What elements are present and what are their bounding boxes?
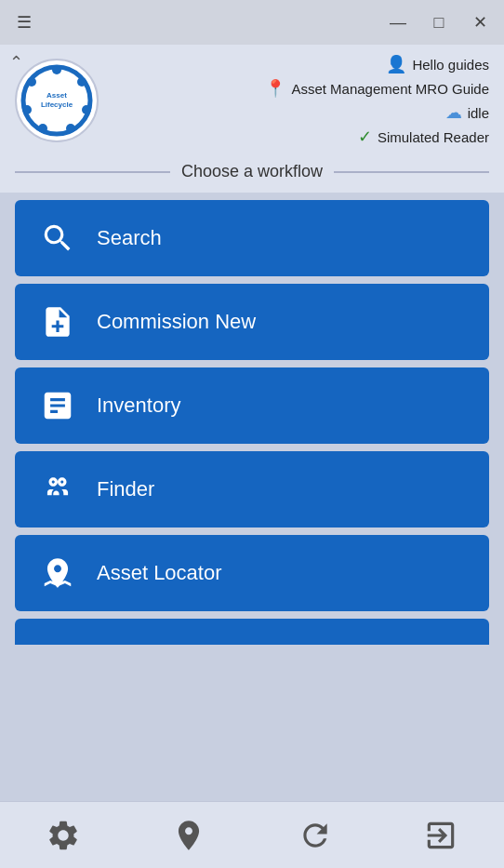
header: ⌃ Asset Lifecycle 👤 Hello guid	[0, 45, 504, 156]
workflow-title: Choose a workflow	[170, 162, 334, 181]
finder-label: Finder	[97, 477, 154, 501]
partial-workflow-item	[15, 619, 489, 645]
workflow-header: Choose a workflow	[0, 156, 504, 193]
commission-icon	[37, 304, 78, 340]
logo: Asset Lifecycle	[15, 59, 99, 142]
asset-locator-workflow-button[interactable]: Asset Locator	[15, 535, 489, 611]
window-controls: — □ ✕	[385, 9, 493, 35]
title-bar: ☰ — □ ✕	[0, 0, 504, 45]
header-info: 👤 Hello guides 📍 Asset Management MRO Gu…	[112, 54, 489, 147]
svg-point-4	[66, 124, 75, 133]
commission-label: Commission New	[97, 310, 256, 334]
logout-button[interactable]	[414, 808, 468, 862]
finder-icon	[37, 472, 78, 507]
minimize-button[interactable]: —	[385, 9, 411, 35]
location-row: 📍 Asset Management MRO Guide	[265, 78, 489, 99]
inventory-label: Inventory	[97, 394, 181, 418]
location-button[interactable]	[162, 808, 216, 862]
inventory-icon	[37, 388, 78, 423]
finder-workflow-button[interactable]: Finder	[15, 451, 489, 527]
svg-text:Asset: Asset	[46, 91, 67, 100]
menu-button[interactable]: ☰	[11, 9, 37, 35]
asset-locator-icon	[37, 555, 78, 591]
settings-icon	[46, 818, 81, 853]
inventory-workflow-button[interactable]: Inventory	[15, 367, 489, 444]
search-workflow-button[interactable]: Search	[15, 200, 489, 276]
svg-point-3	[82, 105, 91, 114]
svg-point-7	[27, 77, 36, 87]
svg-point-6	[22, 105, 32, 114]
divider-left	[15, 171, 170, 173]
divider-right	[334, 171, 489, 173]
location-icon: 📍	[265, 78, 285, 99]
commission-workflow-button[interactable]: Commission New	[15, 284, 489, 360]
cloud-icon: ☁	[445, 102, 462, 123]
user-row: 👤 Hello guides	[386, 54, 489, 74]
search-icon	[37, 220, 78, 256]
logout-icon	[423, 818, 458, 853]
logo-svg: Asset Lifecycle	[20, 63, 94, 138]
asset-locator-label: Asset Locator	[97, 561, 222, 585]
user-label: Hello guides	[412, 57, 489, 73]
close-button[interactable]: ✕	[467, 9, 493, 35]
location-toolbar-icon	[171, 818, 206, 853]
search-label: Search	[97, 226, 162, 250]
refresh-icon	[298, 818, 333, 853]
reader-row: ✓ Simulated Reader	[358, 127, 489, 147]
svg-point-2	[77, 77, 86, 87]
location-label: Asset Management MRO Guide	[291, 81, 489, 97]
svg-point-1	[52, 65, 61, 74]
cloud-row: ☁ idle	[445, 102, 489, 123]
refresh-button[interactable]	[288, 808, 342, 862]
bottom-toolbar	[0, 801, 504, 868]
maximize-button[interactable]: □	[426, 9, 452, 35]
svg-text:Lifecycle: Lifecycle	[41, 100, 73, 109]
reader-label: Simulated Reader	[378, 129, 489, 145]
person-icon: 👤	[386, 54, 406, 74]
check-icon: ✓	[358, 127, 372, 147]
settings-button[interactable]	[36, 808, 90, 862]
main-content: Search Commission New Inventory Finder	[0, 193, 504, 804]
svg-point-5	[38, 124, 47, 133]
cloud-label: idle	[468, 105, 489, 121]
